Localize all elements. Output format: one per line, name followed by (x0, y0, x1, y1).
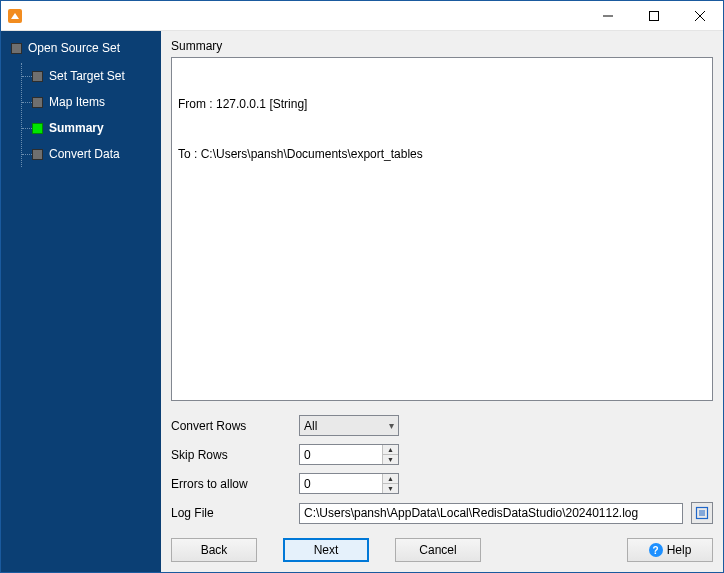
summary-line: To : C:\Users\pansh\Documents\export_tab… (178, 146, 706, 163)
back-button[interactable]: Back (171, 538, 257, 562)
step-summary[interactable]: Summary (22, 115, 161, 141)
step-label: Open Source Set (28, 41, 120, 55)
close-button[interactable] (677, 1, 723, 30)
help-icon: ? (649, 543, 663, 557)
titlebar (1, 1, 723, 31)
step-convert-data[interactable]: Convert Data (22, 141, 161, 167)
select-value: All (304, 419, 317, 433)
log-file-input[interactable] (299, 503, 683, 524)
log-file-browse-button[interactable] (691, 502, 713, 524)
convert-rows-label: Convert Rows (171, 419, 291, 433)
step-map-items[interactable]: Map Items (22, 89, 161, 115)
button-label: Cancel (419, 543, 456, 557)
summary-textarea[interactable]: From : 127.0.0.1 [String] To : C:\Users\… (171, 57, 713, 401)
skip-rows-label: Skip Rows (171, 448, 291, 462)
step-marker-icon (32, 123, 43, 134)
step-label: Set Target Set (49, 69, 125, 83)
step-marker-icon (11, 43, 22, 54)
chevron-down-icon: ▾ (389, 420, 394, 431)
step-marker-icon (32, 149, 43, 160)
next-button[interactable]: Next (283, 538, 369, 562)
button-label: Help (667, 543, 692, 557)
cancel-button[interactable]: Cancel (395, 538, 481, 562)
step-label: Summary (49, 121, 104, 135)
step-children: Set Target Set Map Items Summary Convert… (21, 63, 161, 167)
skip-rows-input[interactable] (300, 445, 382, 464)
help-button[interactable]: ? Help (627, 538, 713, 562)
spinner-buttons: ▲ ▼ (382, 445, 398, 464)
svg-rect-2 (650, 11, 659, 20)
app-icon (7, 8, 23, 24)
options-grid: Convert Rows All ▾ Skip Rows ▲ ▼ (171, 415, 713, 524)
wizard-window: Open Source Set Set Target Set Map Items… (0, 0, 724, 573)
summary-line: From : 127.0.0.1 [String] (178, 96, 706, 113)
main-panel: Summary From : 127.0.0.1 [String] To : C… (161, 31, 723, 572)
section-title: Summary (171, 39, 713, 53)
step-marker-icon (32, 97, 43, 108)
step-set-target-set[interactable]: Set Target Set (22, 63, 161, 89)
button-label: Next (314, 543, 339, 557)
wizard-footer: Back Next Cancel ? Help (171, 538, 713, 562)
spinner-buttons: ▲ ▼ (382, 474, 398, 493)
body: Open Source Set Set Target Set Map Items… (1, 31, 723, 572)
titlebar-left (1, 8, 23, 24)
wizard-sidebar: Open Source Set Set Target Set Map Items… (1, 31, 161, 572)
skip-rows-spinner[interactable]: ▲ ▼ (299, 444, 399, 465)
errors-input[interactable] (300, 474, 382, 493)
log-file-label: Log File (171, 506, 291, 520)
button-label: Back (201, 543, 228, 557)
browse-icon (695, 506, 709, 520)
spinner-down-icon[interactable]: ▼ (383, 455, 398, 464)
convert-rows-select[interactable]: All ▾ (299, 415, 399, 436)
spinner-up-icon[interactable]: ▲ (383, 474, 398, 484)
window-controls (585, 1, 723, 30)
spinner-down-icon[interactable]: ▼ (383, 484, 398, 493)
maximize-button[interactable] (631, 1, 677, 30)
wizard-step-tree: Open Source Set Set Target Set Map Items… (11, 41, 161, 167)
step-marker-icon (32, 71, 43, 82)
step-label: Convert Data (49, 147, 120, 161)
minimize-button[interactable] (585, 1, 631, 30)
step-open-source-set[interactable]: Open Source Set (11, 41, 161, 55)
errors-to-allow-label: Errors to allow (171, 477, 291, 491)
errors-spinner[interactable]: ▲ ▼ (299, 473, 399, 494)
spinner-up-icon[interactable]: ▲ (383, 445, 398, 455)
step-label: Map Items (49, 95, 105, 109)
